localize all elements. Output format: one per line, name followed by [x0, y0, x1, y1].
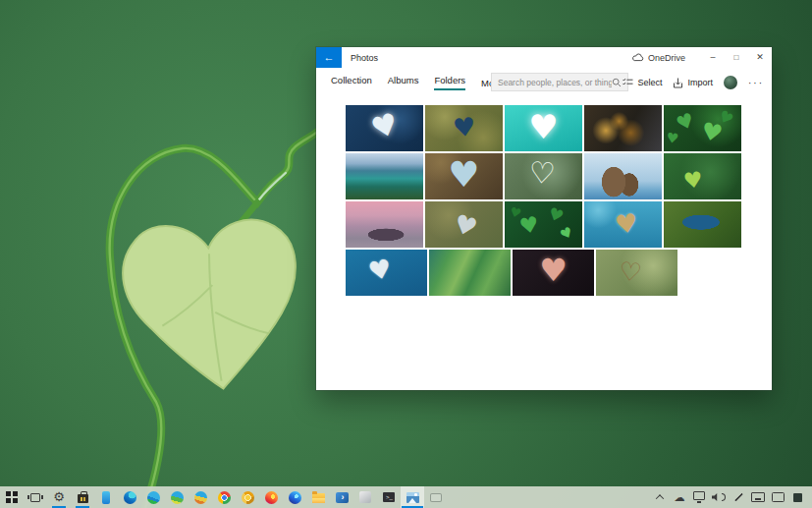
edge-dev-icon [171, 491, 184, 504]
photo-tile-tendril-heart[interactable]: ♡ [505, 153, 582, 199]
see-more-button[interactable]: ··· [748, 78, 764, 88]
photo-tile-leaf-heart-vine[interactable]: ♥ [664, 153, 741, 199]
heart-shape: ♥ [528, 110, 558, 143]
import-label: Import [687, 78, 713, 87]
search-input[interactable]: Search people, places, or things... [491, 73, 628, 91]
heart-shape: ♥ [682, 169, 705, 194]
touch-keyboard-icon[interactable] [748, 486, 768, 508]
edge-beta-icon [147, 491, 160, 504]
photo-tile-golden-grass-bokeh[interactable] [584, 105, 662, 151]
photo-grid: ♥♥♥♥♥♥♥♥♡♥♥♥♥♥♥♥♥♥♡ [346, 105, 742, 296]
photo-tile-clover-hearts[interactable]: ♥♥♥♥ [664, 105, 741, 151]
photo-tile-heart-cave-ocean[interactable]: ♥ [425, 153, 503, 199]
account-avatar[interactable] [724, 76, 737, 89]
maximize-button[interactable]: □ [725, 47, 748, 68]
action-center-icon[interactable] [787, 486, 807, 508]
close-button[interactable]: ✕ [748, 47, 772, 68]
windows-ink-pen-icon[interactable] [729, 486, 748, 508]
taskbar-chrome-canary-button[interactable] [236, 486, 259, 508]
taskbar-edge-canary-button[interactable] [189, 486, 212, 508]
heart-shape: ♡ [527, 157, 556, 189]
taskbar-edge-button[interactable] [118, 486, 141, 508]
taskbar [0, 486, 812, 508]
faint-app-icon [430, 493, 442, 502]
photo-tile-green-heart-leaves[interactable]: ♥♥♥♥ [505, 201, 582, 248]
import-icon [673, 78, 683, 88]
taskbar-photos-app-button[interactable] [401, 486, 424, 508]
edge-icon [124, 491, 136, 504]
minimize-button[interactable]: – [701, 47, 725, 68]
heart-shape: ♥ [366, 254, 394, 284]
photo-tile-misty-sunset-island[interactable] [346, 201, 423, 248]
system-tray [650, 486, 812, 508]
volume-icon[interactable] [709, 486, 729, 508]
taskbar-file-explorer-button[interactable] [306, 486, 330, 508]
chrome-canary-icon [242, 491, 254, 504]
heart-shape: ♥ [546, 205, 566, 226]
cloud-icon [631, 53, 644, 62]
heart-shape: ♥ [558, 224, 575, 242]
window-title: Photos [351, 53, 378, 63]
import-button[interactable]: Import [673, 78, 713, 88]
photo-tile-tropical-lagoon[interactable] [346, 153, 423, 199]
photo-tile-snail-heart-tendril[interactable]: ♡ [596, 250, 677, 296]
photo-tile-ocean-foam-heart[interactable]: ♥ [346, 105, 423, 151]
taskbar-firefox-nightly-button[interactable] [283, 486, 306, 508]
tab-collection[interactable]: Collection [331, 75, 372, 90]
taskbar-task-view-button[interactable] [24, 486, 47, 508]
photo-tile-cave-sunset-heart[interactable]: ♥ [513, 250, 594, 296]
store-icon [78, 494, 88, 503]
taskbar-gray-app-button[interactable] [353, 486, 377, 508]
select-icon [623, 78, 633, 87]
teams-monitor-icon[interactable] [689, 486, 709, 508]
select-button[interactable]: Select [623, 78, 662, 87]
firefox-icon [265, 491, 278, 504]
heart-shape: ♥ [518, 214, 541, 239]
taskbar-powershell-button[interactable] [330, 486, 353, 508]
onedrive-label: OneDrive [648, 53, 685, 63]
gray-app-icon [359, 491, 371, 503]
taskbar-cmd-button[interactable] [377, 486, 401, 508]
chevron-up-icon[interactable] [650, 486, 670, 508]
onedrive-button[interactable]: OneDrive [631, 53, 685, 63]
taskbar-chrome-button[interactable] [212, 486, 236, 508]
taskbar-edge-dev-button[interactable] [165, 486, 189, 508]
photo-tile-forest-lake-aerial[interactable] [664, 201, 741, 248]
chrome-icon [218, 491, 231, 504]
taskbar-settings-button[interactable] [47, 486, 71, 508]
heart-shape: ♥ [614, 209, 640, 238]
navbar: Collection Albums Folders More ∨ Search … [316, 68, 772, 97]
onedrive-cloud-icon[interactable] [670, 486, 689, 508]
back-button[interactable]: ← [316, 47, 342, 68]
taskbar-start-button[interactable] [0, 486, 24, 508]
photo-tile-river-heart-land[interactable]: ♥ [425, 201, 503, 248]
titlebar: ← Photos OneDrive – □ ✕ [316, 47, 772, 68]
start-icon [6, 491, 18, 503]
taskbar-edge-beta-button[interactable] [141, 486, 165, 508]
desktop: ← Photos OneDrive – □ ✕ Collection Album… [0, 0, 812, 508]
heart-shape: ♥ [448, 157, 479, 193]
photo-tile-wetland-rivers[interactable] [429, 250, 511, 296]
photo-tile-turquoise-glow-heart[interactable]: ♥ [505, 105, 582, 151]
nav-actions: Select Import ··· [623, 68, 764, 97]
photo-collection-area: ♥♥♥♥♥♥♥♥♡♥♥♥♥♥♥♥♥♥♡ [316, 97, 772, 296]
cmd-icon [383, 492, 395, 502]
taskbar-your-phone-button[interactable] [94, 486, 118, 508]
powershell-icon [336, 492, 349, 503]
taskbar-apps [0, 486, 448, 508]
heart-shape: ♥ [367, 108, 402, 144]
heart-shape: ♡ [618, 258, 643, 286]
photo-tile-ice-heart-sea[interactable]: ♥ [346, 250, 427, 296]
taskbar-faint-app-button[interactable] [424, 486, 448, 508]
photo-tile-forest-heart-lake[interactable]: ♥ [425, 105, 503, 151]
tab-albums[interactable]: Albums [388, 75, 419, 90]
taskbar-store-button[interactable] [71, 486, 94, 508]
touchpad-rect-icon[interactable] [768, 486, 787, 508]
heart-shape: ♥ [666, 130, 679, 145]
edge-canary-icon [194, 491, 207, 504]
photo-tile-heart-island[interactable]: ♥ [584, 201, 662, 248]
tab-folders[interactable]: Folders [434, 75, 465, 90]
search-icon [612, 78, 622, 87]
taskbar-firefox-button[interactable] [259, 486, 283, 508]
photo-tile-rock-formation-sky[interactable] [584, 153, 662, 199]
